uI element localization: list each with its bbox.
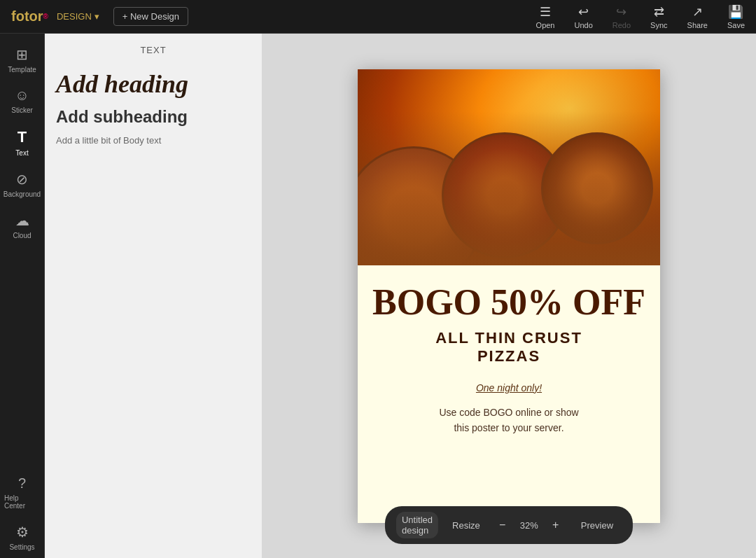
sidebar-label-background: Background xyxy=(4,190,41,198)
canvas-area: BOGO 50% OFF ALL THIN CRUST PIZZAS One n… xyxy=(262,34,756,558)
logo-text: fotor xyxy=(11,8,43,25)
panel-title: TEXT xyxy=(56,45,251,55)
undo-icon: ↩ xyxy=(578,4,589,20)
sidebar-label-template: Template xyxy=(8,66,36,74)
help-icon: ? xyxy=(18,475,26,491)
undo-label: Undo xyxy=(575,21,593,29)
background-icon: ⊘ xyxy=(16,171,28,188)
sidebar-item-template[interactable]: ⊞ Template xyxy=(0,39,44,81)
sidebar-label-settings: Settings xyxy=(9,543,34,551)
zoom-value: 32% xyxy=(517,520,542,531)
zoom-in-button[interactable]: + xyxy=(547,517,564,533)
canvas-highlight: One night only! xyxy=(476,382,542,393)
sync-icon: ⇄ xyxy=(654,4,664,20)
topbar: fotor® DESIGN ▾ + New Design ☰ Open ↩ Un… xyxy=(0,0,756,34)
sidebar-item-background[interactable]: ⊘ Background xyxy=(0,164,44,205)
resize-button[interactable]: Resize xyxy=(447,517,486,533)
logo: fotor® xyxy=(11,8,48,25)
canvas-image xyxy=(358,69,660,265)
left-panel: TEXT Add heading Add subheading Add a li… xyxy=(45,34,262,558)
sidebar-item-text[interactable]: T Text xyxy=(0,121,44,164)
sync-label: Sync xyxy=(650,21,667,29)
sidebar: ⊞ Template ☺ Sticker T Text ⊘ Background… xyxy=(0,34,45,558)
save-label: Save xyxy=(727,21,745,29)
new-design-label: + New Design xyxy=(122,11,179,22)
design-name[interactable]: Untitled design xyxy=(396,512,438,538)
chevron-down-icon: ▾ xyxy=(94,11,99,22)
undo-button[interactable]: ↩ Undo xyxy=(575,4,593,29)
canvas-body-line1: Use code BOGO online or show xyxy=(439,407,578,418)
sidebar-label-text: Text xyxy=(15,149,28,157)
zoom-out-button[interactable]: − xyxy=(494,517,511,533)
cloud-icon: ☁ xyxy=(15,212,29,229)
canvas-subtitle-line2: PIZZAS xyxy=(477,347,540,365)
share-label: Share xyxy=(687,21,708,29)
template-icon: ⊞ xyxy=(16,46,28,63)
body-sample[interactable]: Add a little bit of Body text xyxy=(56,135,251,146)
sticker-icon: ☺ xyxy=(15,88,29,104)
main-area: ⊞ Template ☺ Sticker T Text ⊘ Background… xyxy=(0,34,756,558)
share-button[interactable]: ↗ Share xyxy=(687,4,708,29)
preview-button[interactable]: Preview xyxy=(573,517,622,533)
canvas-body: Use code BOGO online or show this poster… xyxy=(439,405,578,436)
subheading-sample[interactable]: Add subheading xyxy=(56,107,251,127)
open-label: Open xyxy=(536,21,555,29)
redo-label: Redo xyxy=(612,21,631,29)
save-icon: 💾 xyxy=(728,4,743,20)
logo-dot: ® xyxy=(43,13,48,20)
sidebar-item-settings[interactable]: ⚙ Settings xyxy=(0,517,44,558)
sidebar-label-cloud: Cloud xyxy=(13,232,31,239)
zoom-area: − 32% + xyxy=(494,517,564,533)
save-button[interactable]: 💾 Save xyxy=(727,4,745,29)
heading-sample[interactable]: Add heading xyxy=(56,69,251,99)
canvas-main-title: BOGO 50% OFF xyxy=(372,282,645,322)
sync-button[interactable]: ⇄ Sync xyxy=(650,4,667,29)
redo-button[interactable]: ↪ Redo xyxy=(612,4,631,29)
open-button[interactable]: ☰ Open xyxy=(536,4,555,29)
sidebar-item-help[interactable]: ? Help Center xyxy=(0,468,44,517)
sidebar-item-sticker[interactable]: ☺ Sticker xyxy=(0,81,44,121)
canvas-text: BOGO 50% OFF ALL THIN CRUST PIZZAS One n… xyxy=(358,265,660,523)
share-icon: ↗ xyxy=(692,4,703,20)
sidebar-label-sticker: Sticker xyxy=(11,106,33,114)
design-label: DESIGN xyxy=(57,11,92,22)
sidebar-item-cloud[interactable]: ☁ Cloud xyxy=(0,205,44,246)
toolbar-actions: ☰ Open ↩ Undo ↪ Redo ⇄ Sync ↗ Share 💾 Sa… xyxy=(536,4,745,29)
bottombar: Untitled design Resize − 32% + Preview xyxy=(385,506,633,544)
settings-icon: ⚙ xyxy=(16,524,29,540)
design-menu-button[interactable]: DESIGN ▾ xyxy=(57,11,99,22)
open-icon: ☰ xyxy=(540,4,551,20)
canvas-subtitle: ALL THIN CRUST PIZZAS xyxy=(435,329,582,365)
sidebar-label-help: Help Center xyxy=(4,494,40,510)
canvas-body-line2: this poster to your server. xyxy=(454,422,564,433)
canvas-subtitle-line1: ALL THIN CRUST xyxy=(435,329,582,347)
new-design-button[interactable]: + New Design xyxy=(113,7,188,26)
text-icon: T xyxy=(18,128,27,146)
design-canvas[interactable]: BOGO 50% OFF ALL THIN CRUST PIZZAS One n… xyxy=(358,69,660,523)
redo-icon: ↪ xyxy=(616,4,626,20)
